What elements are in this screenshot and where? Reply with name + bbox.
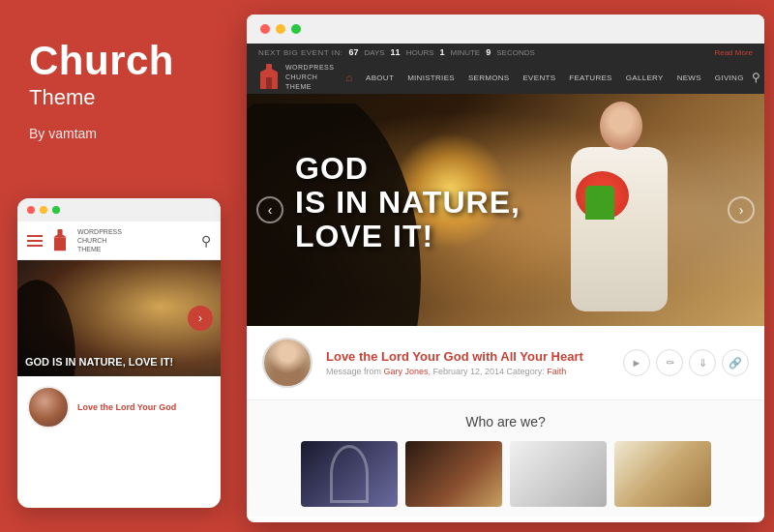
hero-woman-area bbox=[532, 94, 706, 326]
mobile-message-title: Love the Lord Your God bbox=[77, 401, 176, 414]
nav-events[interactable]: EVENTS bbox=[517, 74, 561, 82]
mobile-hero-text: GOD IS IN NATURE, LOVE IT! bbox=[17, 347, 181, 376]
nav-news[interactable]: NEWS bbox=[671, 74, 707, 82]
who-section: Who are we? bbox=[247, 400, 764, 517]
mobile-mockup: WORDPRESSCHURCHTHEME ⚲ GOD IS IN NATURE,… bbox=[17, 198, 221, 508]
event-hours-unit: HOURS bbox=[406, 48, 434, 57]
nav-logo-icon bbox=[258, 64, 280, 91]
who-title: Who are we? bbox=[262, 414, 749, 429]
nav-ministries[interactable]: MINISTRIES bbox=[402, 74, 461, 82]
svg-rect-4 bbox=[266, 77, 272, 89]
home-icon[interactable]: ⌂ bbox=[345, 72, 352, 83]
event-read-more[interactable]: Read More bbox=[714, 48, 753, 57]
who-thumb-4[interactable] bbox=[614, 441, 711, 507]
browser-chrome bbox=[247, 15, 764, 44]
message-avatar bbox=[262, 338, 313, 388]
mobile-logo-text: WORDPRESSCHURCHTHEME bbox=[77, 227, 122, 253]
hero-section: GOD IS IN NATURE, LOVE IT! ‹ › bbox=[247, 94, 764, 326]
who-thumb-3[interactable] bbox=[510, 441, 607, 507]
who-thumb-2[interactable] bbox=[405, 441, 502, 507]
message-section: Love the Lord Your God with All Your Hea… bbox=[247, 326, 764, 400]
app-subtitle: Theme bbox=[29, 85, 208, 110]
message-category-link[interactable]: Faith bbox=[547, 367, 566, 376]
message-icons: ► ⚰ ⇓ 🔗 bbox=[623, 349, 749, 376]
nav-search-icon[interactable]: ⚲ bbox=[752, 71, 760, 84]
mobile-search-icon[interactable]: ⚲ bbox=[201, 233, 211, 249]
mobile-dot-yellow bbox=[40, 206, 47, 214]
hero-prev-button[interactable]: ‹ bbox=[256, 196, 283, 223]
nav-features[interactable]: FEATURES bbox=[563, 74, 617, 82]
who-thumb-1[interactable] bbox=[301, 441, 398, 507]
mobile-hero: GOD IS IN NATURE, LOVE IT! › bbox=[17, 260, 221, 376]
woman-body bbox=[571, 147, 668, 311]
message-content: Love the Lord Your God with All Your Hea… bbox=[326, 349, 610, 376]
hero-next-button[interactable]: › bbox=[728, 196, 755, 223]
browser-dot-green[interactable] bbox=[291, 24, 301, 34]
event-bar-label: NEXT BIG EVENT IN: bbox=[258, 48, 342, 57]
event-minutes-num: 1 bbox=[440, 47, 445, 57]
event-bar: NEXT BIG EVENT IN: 67 DAYS 11 HOURS 1 MI… bbox=[247, 44, 764, 61]
who-thumbnails bbox=[262, 441, 749, 507]
hamburger-icon[interactable] bbox=[27, 235, 43, 247]
mobile-avatar bbox=[27, 386, 70, 429]
main-nav: WORDPRESSCHURCHTHEME ⌂ ABOUT MINISTRIES … bbox=[247, 61, 764, 94]
svg-rect-1 bbox=[54, 237, 66, 251]
hero-line3: LOVE IT! bbox=[295, 219, 433, 253]
mobile-chrome bbox=[17, 198, 221, 222]
nav-logo: WORDPRESSCHURCHTHEME bbox=[258, 63, 334, 91]
message-avatar-inner bbox=[264, 340, 311, 386]
mobile-logo-icon bbox=[50, 229, 70, 252]
app-title: Church bbox=[29, 39, 208, 83]
browser-dot-red[interactable] bbox=[260, 24, 270, 34]
nav-sermons[interactable]: SERMONS bbox=[462, 74, 516, 82]
left-panel: Church Theme By vamtam WORDPRESSCHURCHTH… bbox=[0, 0, 237, 532]
woman-head bbox=[600, 102, 642, 150]
message-author-link[interactable]: Gary Jones bbox=[384, 367, 429, 376]
download-icon-btn[interactable]: ⇓ bbox=[689, 349, 716, 376]
event-minutes-unit: MINUTE bbox=[451, 48, 481, 57]
event-days-num: 67 bbox=[348, 47, 358, 57]
event-seconds-num: 9 bbox=[486, 47, 491, 57]
mobile-content: Love the Lord Your God bbox=[17, 376, 221, 438]
hero-text: GOD IS IN NATURE, LOVE IT! bbox=[295, 152, 521, 254]
message-meta: Message from Gary Jones, February 12, 20… bbox=[326, 367, 610, 376]
nav-gallery[interactable]: GALLERY bbox=[620, 74, 670, 82]
hero-line2: IS IN NATURE, bbox=[295, 185, 521, 220]
hero-headline: GOD IS IN NATURE, LOVE IT! bbox=[295, 152, 521, 254]
event-hours-num: 11 bbox=[391, 47, 401, 57]
woman-greens bbox=[585, 186, 614, 220]
mobile-nav: WORDPRESSCHURCHTHEME ⚲ bbox=[17, 222, 221, 260]
mobile-next-arrow[interactable]: › bbox=[188, 306, 213, 331]
nav-giving[interactable]: GIVING bbox=[709, 74, 750, 82]
nav-about[interactable]: ABOUT bbox=[360, 74, 400, 82]
browser-dot-yellow[interactable] bbox=[276, 24, 285, 34]
event-days-unit: DAYS bbox=[364, 48, 384, 57]
browser-mockup: NEXT BIG EVENT IN: 67 DAYS 11 HOURS 1 MI… bbox=[247, 15, 764, 522]
headphones-icon-btn[interactable]: ⚰ bbox=[656, 349, 683, 376]
link-icon-btn[interactable]: 🔗 bbox=[722, 349, 749, 376]
event-seconds-unit: SECONDS bbox=[496, 48, 535, 57]
message-title[interactable]: Love the Lord Your God with All Your Hea… bbox=[326, 349, 610, 364]
author-label: By vamtam bbox=[29, 126, 208, 141]
hero-line1: GOD bbox=[295, 151, 369, 186]
mobile-message-row: Love the Lord Your God bbox=[27, 386, 211, 429]
mobile-nav-left: WORDPRESSCHURCHTHEME bbox=[27, 227, 122, 253]
play-icon-btn[interactable]: ► bbox=[623, 349, 650, 376]
mobile-dot-green bbox=[52, 206, 60, 214]
church-arch-shape bbox=[330, 445, 369, 503]
mobile-hero-line1: GOD IS IN NATURE, LOVE IT! bbox=[25, 356, 173, 368]
mobile-dot-red bbox=[27, 206, 35, 214]
nav-logo-text: WORDPRESSCHURCHTHEME bbox=[285, 63, 334, 91]
